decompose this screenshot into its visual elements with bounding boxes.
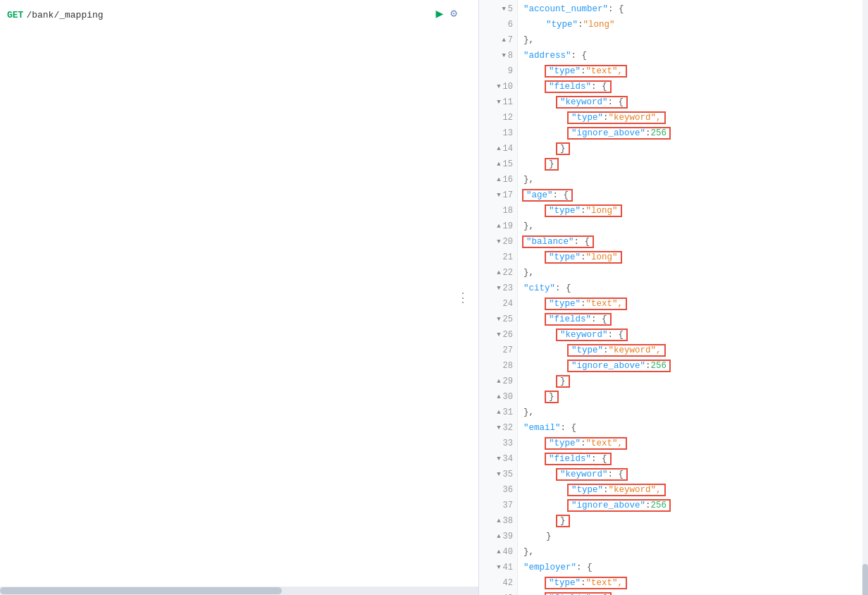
scrollbar-thumb[interactable] (862, 564, 868, 595)
json-brace: : (578, 20, 583, 30)
scrollbar-thumb[interactable] (0, 587, 282, 594)
line-number: 9 (479, 63, 517, 79)
fold-arrow[interactable]: ▼ (497, 455, 500, 462)
line-number: ▼32 (479, 420, 517, 436)
fold-arrow[interactable]: ▲ (497, 269, 500, 276)
fold-arrow[interactable]: ▲ (497, 145, 500, 152)
fold-arrow[interactable]: ▼ (497, 83, 500, 90)
code-line: "keyword" : { (518, 327, 862, 343)
line-num-text: 27 (503, 345, 513, 355)
fold-arrow[interactable]: ▲ (497, 409, 500, 416)
line-number: ▲16 (479, 172, 517, 188)
json-brace: : { (561, 423, 577, 433)
code-line: } (518, 141, 862, 157)
line-number: ▲7 (479, 32, 517, 48)
horizontal-scrollbar[interactable] (0, 587, 478, 595)
fold-arrow[interactable]: ▼ (502, 52, 505, 59)
code-content[interactable]: "account_number" : {"type" : "long"},"ad… (518, 0, 862, 595)
json-string: "text", (586, 299, 624, 309)
code-line: "type" : "long" (518, 17, 862, 32)
fold-arrow[interactable]: ▲ (497, 176, 500, 183)
json-key: "fields" (549, 314, 591, 324)
line-num-text: 35 (503, 470, 513, 479)
code-line: "account_number" : { (518, 1, 862, 17)
json-brace: : { (571, 51, 588, 61)
json-brace: : (645, 128, 651, 138)
code-line: "fields" : { (518, 591, 862, 595)
line-number: 13 (479, 125, 517, 141)
panel-divider[interactable]: ⋮ (457, 290, 470, 305)
code-line: "age" : { (518, 188, 862, 203)
fold-arrow[interactable]: ▲ (497, 378, 500, 385)
code-line: "type" : "text", (518, 575, 862, 591)
line-number: ▼11 (479, 94, 517, 110)
json-key: "type" (549, 206, 581, 216)
json-brace: : (645, 501, 651, 510)
line-num-text: 23 (503, 283, 513, 293)
line-num-text: 39 (503, 532, 513, 541)
json-string: "long" (586, 252, 618, 262)
response-panel: ▼56▲7▼89▼10▼111213▲14▲15▲16▼1718▲19▼2021… (479, 0, 868, 595)
fold-arrow[interactable]: ▲ (497, 517, 500, 525)
line-number: ▼41 (479, 560, 517, 575)
line-num-text: 7 (508, 35, 513, 45)
json-brace: : (581, 66, 586, 76)
json-brace: }, (523, 175, 534, 185)
fold-arrow[interactable]: ▼ (497, 424, 500, 431)
line-number: ▼5 (479, 1, 517, 17)
line-number: 6 (479, 17, 517, 32)
fold-arrow[interactable]: ▼ (497, 285, 500, 292)
fold-arrow[interactable]: ▲ (497, 393, 500, 400)
fold-arrow[interactable]: ▼ (497, 564, 500, 571)
run-button[interactable]: ▶ (436, 6, 444, 21)
fold-arrow[interactable]: ▲ (497, 223, 500, 230)
line-number: 42 (479, 575, 517, 591)
fold-arrow[interactable]: ▼ (497, 238, 500, 245)
line-num-text: 16 (503, 175, 513, 185)
json-string: "long" (583, 20, 615, 30)
highlighted-region: "fields" : { (545, 592, 612, 595)
json-brace: : (603, 113, 609, 123)
line-number: ▲14 (479, 141, 517, 157)
code-line: "balance" : { (518, 234, 862, 250)
json-brace: : (645, 361, 651, 371)
line-number: ▲22 (479, 265, 517, 281)
fold-arrow[interactable]: ▼ (497, 331, 500, 338)
line-number: ▼35 (479, 467, 517, 482)
json-key: "ignore_above" (571, 128, 645, 138)
fold-arrow[interactable]: ▲ (497, 548, 500, 556)
code-line: } (518, 389, 862, 405)
line-numbers-gutter: ▼56▲7▼89▼10▼111213▲14▲15▲16▼1718▲19▼2021… (479, 0, 518, 595)
json-brace: : { (608, 97, 624, 107)
line-num-text: 34 (503, 454, 513, 464)
fold-arrow[interactable]: ▲ (497, 533, 500, 540)
json-key: "keyword" (560, 97, 608, 107)
fold-arrow[interactable]: ▲ (497, 161, 500, 168)
vertical-scrollbar[interactable] (862, 0, 868, 595)
line-num-text: 5 (508, 4, 513, 14)
json-brace: : { (576, 563, 593, 572)
line-num-text: 13 (503, 128, 513, 138)
code-line: } (518, 529, 862, 544)
json-number: 256 (651, 501, 667, 510)
fold-arrow[interactable]: ▼ (497, 99, 500, 106)
json-key: "account_number" (523, 4, 608, 14)
fold-arrow[interactable]: ▼ (497, 471, 500, 478)
json-key: "type" (549, 438, 581, 448)
json-brace: } (560, 516, 566, 526)
json-key: "type" (571, 345, 603, 355)
line-number: 27 (479, 343, 517, 358)
json-brace: }, (523, 221, 534, 231)
settings-icon[interactable]: ⚙ (450, 6, 457, 20)
line-number: ▼8 (479, 48, 517, 63)
fold-arrow[interactable]: ▼ (502, 6, 505, 13)
http-method: GET (7, 10, 23, 20)
line-number: ▲19 (479, 219, 517, 234)
line-number: ▲40 (479, 544, 517, 560)
json-brace: : { (591, 82, 607, 92)
fold-arrow[interactable]: ▼ (497, 192, 500, 199)
json-number: 256 (651, 361, 667, 371)
fold-arrow[interactable]: ▲ (502, 37, 505, 44)
fold-arrow[interactable]: ▼ (497, 316, 500, 323)
code-line: "ignore_above" : 256 (518, 498, 862, 513)
